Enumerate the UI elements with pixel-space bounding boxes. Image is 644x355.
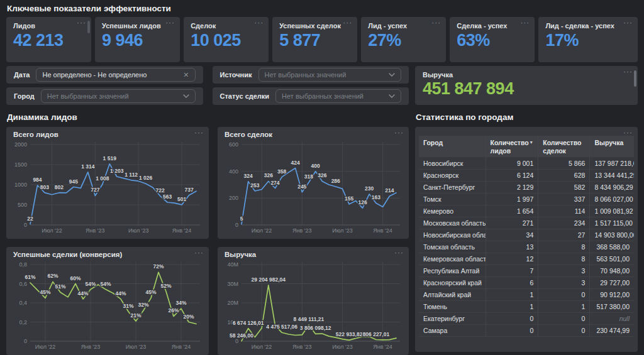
svg-text:Июл '23: Июл '23 <box>126 344 147 350</box>
value-cell: 0 <box>538 288 590 300</box>
more-menu-icon[interactable]: ··· <box>520 19 530 26</box>
svg-text:Июл '22: Июл '22 <box>42 227 62 234</box>
more-menu-icon[interactable]: ··· <box>623 19 633 26</box>
svg-text:1 026: 1 026 <box>139 175 153 181</box>
table-row: Алтайский край1090 912,00 <box>419 288 634 300</box>
value-cell: 34 <box>486 229 538 241</box>
scrollbar-thumb[interactable] <box>87 21 90 33</box>
filter-2: ИсточникНет выбранных значений <box>213 66 409 84</box>
svg-text:Июл '22: Июл '22 <box>35 344 56 350</box>
value-cell: 582 <box>538 181 590 193</box>
city-cell: Томск <box>419 193 486 205</box>
value-cell: 8 434 906,29 <box>590 181 634 193</box>
svg-text:400: 400 <box>229 168 238 175</box>
kpi-label: Успешных сделок <box>279 22 350 30</box>
value-cell: 1 517 115,00 <box>590 217 634 229</box>
more-menu-icon[interactable]: ··· <box>623 68 633 75</box>
filter-input-источник[interactable]: Нет выбранных значений <box>258 68 401 82</box>
kpi-value: 27% <box>368 31 439 50</box>
city-stats-table-card: ··· ГородКоличество лидов▼Количество сде… <box>415 127 638 352</box>
more-menu-icon[interactable]: ··· <box>254 19 264 26</box>
value-cell: 230 474,99 <box>590 324 634 336</box>
more-menu-icon[interactable]: ··· <box>194 129 204 136</box>
value-cell: 2 129 <box>486 181 538 193</box>
svg-text:0: 0 <box>235 222 238 228</box>
svg-text:727: 727 <box>91 187 99 193</box>
table-row: Тюмень11517 380,00 <box>419 300 634 312</box>
svg-text:Янв '24: Янв '24 <box>373 227 392 234</box>
column-header-3[interactable]: Количество сделок <box>538 136 590 157</box>
chart-canvas: 00,20,40,60,8Июл '22Янв '23Июл '23Янв '2… <box>11 258 204 351</box>
kpi-value: 42 213 <box>13 31 84 50</box>
kpi-value: 17% <box>545 31 631 50</box>
city-cell: Московская область <box>419 217 486 229</box>
column-header-2[interactable]: Количество лидов▼ <box>486 136 538 157</box>
value-cell: 0 <box>486 324 538 336</box>
filter-input-город[interactable]: Нет выбранных значений <box>41 89 196 103</box>
main-area: Динамика лидов ···Всего лидов05001000150… <box>6 112 638 355</box>
filter-label: Город <box>14 92 35 100</box>
chart-canvas: 0200400600Июл '22Янв '23Июл '23Янв '2453… <box>223 138 404 234</box>
more-menu-icon[interactable]: ··· <box>394 129 404 136</box>
svg-text:1 314: 1 314 <box>81 163 95 170</box>
svg-text:34%: 34% <box>175 300 186 306</box>
chevron-down-icon[interactable] <box>183 94 189 98</box>
svg-text:126: 126 <box>358 199 367 205</box>
chart-card-3: ···Успешные сделки (конверсия)00,20,40,6… <box>6 247 209 355</box>
kpi-card-7: ···Лид - сделка - успех17% <box>538 17 638 62</box>
value-cell: 13 344 441,29 <box>590 169 634 181</box>
kpi-card-4: ···Успешных сделок5 877 <box>272 17 357 62</box>
chevron-down-icon[interactable] <box>389 73 395 77</box>
chart-title: Выручка <box>223 251 404 258</box>
filter-value: Нет выбранных значений <box>47 92 179 100</box>
line-chart: 0200400600Июл '22Янв '23Июл '23Янв '2453… <box>223 138 404 237</box>
more-menu-icon[interactable]: ··· <box>431 19 441 26</box>
revenue-label: Выручка <box>423 71 630 79</box>
chart-card-1: ···Всего лидов0500100015002000Июл '22Янв… <box>6 127 209 239</box>
svg-text:1 112: 1 112 <box>125 172 138 178</box>
value-cell: 8 066 027,00 <box>590 193 634 205</box>
svg-text:984: 984 <box>33 177 42 183</box>
table-row: Томская область138368 588,00 <box>419 241 634 253</box>
sort-desc-icon[interactable]: ▼ <box>529 140 533 146</box>
svg-text:51%: 51% <box>55 283 65 290</box>
svg-text:Янв '24: Янв '24 <box>172 227 191 234</box>
chevron-down-icon[interactable] <box>389 94 395 98</box>
svg-text:Янв '24: Янв '24 <box>373 344 392 350</box>
table-section: Статистика по городам ··· ГородКоличеств… <box>415 112 638 355</box>
page-title: Ключевые показатели эффективности <box>7 4 638 13</box>
table-row: Кемерово1 6541141 009 081,92 <box>419 205 634 217</box>
filter-input-дата[interactable]: Не определено - Не определено✕ <box>36 68 195 82</box>
more-menu-icon[interactable]: ··· <box>77 19 86 26</box>
city-cell: Екатеринбург <box>419 312 486 324</box>
svg-text:324: 324 <box>244 173 253 179</box>
value-cell: null <box>590 312 634 324</box>
filter-input-статус-сделки[interactable]: Нет выбранных значений <box>275 89 401 103</box>
scrollbar-thumb[interactable] <box>634 70 636 87</box>
more-menu-icon[interactable]: ··· <box>343 19 352 26</box>
svg-text:358: 358 <box>277 168 286 175</box>
kpi-card-6: ···Сделка - успех63% <box>450 17 535 62</box>
column-header-4[interactable]: Выручка <box>590 136 634 157</box>
svg-text:326: 326 <box>264 172 273 178</box>
svg-text:245: 245 <box>297 183 306 190</box>
more-menu-icon[interactable]: ··· <box>194 249 204 256</box>
table-body: Новосибирск9 0015 866137 987 218,01Красн… <box>419 157 634 336</box>
city-cell: Новосибирск <box>419 157 486 169</box>
line-chart: 00,20,40,60,8Июл '22Янв '23Июл '23Янв '2… <box>11 258 204 353</box>
more-menu-icon[interactable]: ··· <box>165 19 175 26</box>
city-cell: Республика Алтай <box>419 265 486 276</box>
city-cell: Кемеровская область <box>419 253 486 265</box>
column-header-1[interactable]: Город <box>419 136 486 157</box>
filter-area: ДатаНе определено - Не определено✕Источн… <box>6 66 638 105</box>
svg-text:3 806 098,12: 3 806 098,12 <box>300 325 331 331</box>
value-cell: 1 <box>486 288 538 300</box>
svg-text:20M: 20M <box>227 300 238 306</box>
more-menu-icon[interactable]: ··· <box>394 249 404 256</box>
svg-text:214: 214 <box>385 187 394 194</box>
kpi-value: 10 025 <box>191 31 262 50</box>
svg-text:20%: 20% <box>183 314 194 320</box>
svg-text:Июл '23: Июл '23 <box>332 227 353 234</box>
clear-icon[interactable]: ✕ <box>183 71 189 79</box>
table-row: Республика Алтай7370 948,00 <box>419 265 634 276</box>
